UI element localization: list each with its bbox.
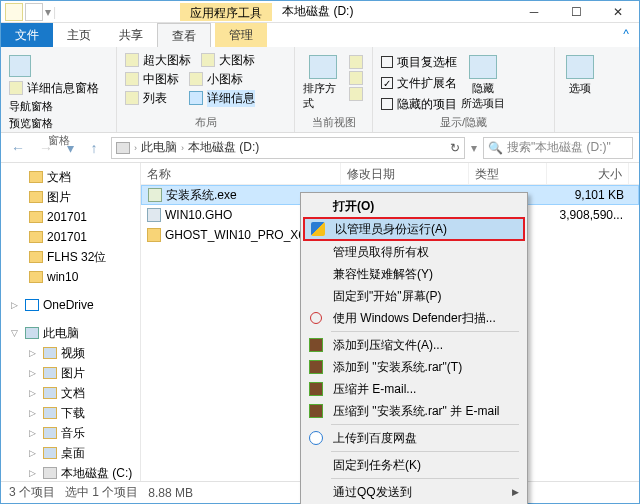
search-icon: 🔍 — [488, 141, 503, 155]
layout-details[interactable]: 详细信息 — [207, 90, 255, 107]
menu-defender[interactable]: 使用 Windows Defender扫描... — [303, 307, 525, 329]
menu-add-rar[interactable]: 添加到 "安装系统.rar"(T) — [303, 356, 525, 378]
sort-button[interactable]: 排序方式 — [303, 51, 343, 111]
chk-ext[interactable]: ✓ — [381, 77, 393, 89]
preview-pane-label[interactable]: 预览窗格 — [9, 116, 53, 131]
window-title: 本地磁盘 (D:) — [282, 3, 353, 20]
rar-icon — [309, 338, 323, 352]
menu-add-archive[interactable]: 添加到压缩文件(A)... — [303, 334, 525, 356]
layout-s[interactable]: 小图标 — [207, 71, 243, 88]
up-button[interactable]: ↑ — [83, 137, 105, 159]
menu-admin-own[interactable]: 管理员取得所有权 — [303, 241, 525, 263]
address-bar-row: ← → ▾ ↑ › 此电脑 › 本地磁盘 (D:) ↻ ▾ 🔍 搜索"本地磁盘 … — [1, 133, 639, 163]
tree-desktop[interactable]: 桌面 — [61, 445, 85, 462]
layout-m[interactable]: 中图标 — [143, 71, 179, 88]
tree-201701b[interactable]: 201701 — [47, 230, 87, 244]
folder-icon — [147, 228, 161, 242]
status-selected: 选中 1 个项目 — [65, 484, 138, 501]
rar-icon — [309, 360, 323, 374]
menu-run-as-admin[interactable]: 以管理员身份运行(A) — [303, 217, 525, 241]
menu-rar-email[interactable]: 压缩到 "安装系统.rar" 并 E-mail — [303, 400, 525, 422]
minimize-button[interactable]: ─ — [513, 1, 555, 23]
ribbon: 详细信息窗格 导航窗格 预览窗格 窗格 超大图标大图标 中图标小图标 列表详细信… — [1, 47, 639, 133]
tree-flhs[interactable]: FLHS 32位 — [47, 249, 106, 266]
chk-hidden[interactable] — [381, 98, 393, 110]
tree-music[interactable]: 音乐 — [61, 425, 85, 442]
tree-onedrive[interactable]: OneDrive — [43, 298, 94, 312]
rar-icon — [309, 404, 323, 418]
shield-icon — [311, 222, 325, 236]
tree-pics[interactable]: 图片 — [47, 189, 71, 206]
col-size: 大小 — [547, 163, 629, 184]
group-by-icon[interactable] — [349, 55, 363, 69]
search-input[interactable]: 🔍 搜索"本地磁盘 (D:)" — [483, 137, 633, 159]
menu-baidu[interactable]: 上传到百度网盘 — [303, 427, 525, 449]
address-bar[interactable]: › 此电脑 › 本地磁盘 (D:) ↻ — [111, 137, 465, 159]
menu-email[interactable]: 压缩并 E-mail... — [303, 378, 525, 400]
qat-dropdown-icon[interactable]: ▾ — [45, 5, 51, 19]
tree-201701a[interactable]: 201701 — [47, 210, 87, 224]
col-date: 修改日期 — [341, 163, 469, 184]
gho-icon — [147, 208, 161, 222]
group-showhide-label: 显示/隐藏 — [381, 115, 546, 130]
list-header[interactable]: 名称 修改日期 类型 大小 — [141, 163, 639, 185]
ribbon-toggle-icon[interactable]: ^ — [613, 23, 639, 47]
tab-view[interactable]: 查看 — [157, 23, 211, 47]
menu-qq[interactable]: 通过QQ发送到▶ — [303, 481, 525, 503]
menu-pin-start[interactable]: 固定到"开始"屏幕(P) — [303, 285, 525, 307]
hide-selected-button[interactable]: 隐藏 所选项目 — [463, 51, 503, 111]
tree-thispc[interactable]: 此电脑 — [43, 325, 79, 342]
details-pane-button[interactable]: 详细信息窗格 — [9, 79, 99, 97]
maximize-button[interactable]: ☐ — [555, 1, 597, 23]
forward-button[interactable]: → — [35, 137, 57, 159]
group-currentview-label: 当前视图 — [303, 115, 364, 130]
layout-list[interactable]: 列表 — [143, 90, 167, 107]
rar-icon — [309, 382, 323, 396]
cloud-icon — [309, 431, 323, 445]
col-name: 名称 — [141, 163, 341, 184]
tab-manage[interactable]: 管理 — [215, 23, 267, 47]
menu-troubleshoot[interactable]: 兼容性疑难解答(Y) — [303, 263, 525, 285]
tree-cdrive[interactable]: 本地磁盘 (C:) — [61, 465, 132, 482]
add-col-icon[interactable] — [349, 71, 363, 85]
qat-icon[interactable] — [25, 3, 43, 21]
context-tab-label: 应用程序工具 — [180, 3, 272, 21]
nav-tree[interactable]: 文档 图片 201701 201701 FLHS 32位 win10 ▷OneD… — [1, 163, 141, 481]
status-count: 3 个项目 — [9, 484, 55, 501]
breadcrumb-thispc[interactable]: 此电脑 — [141, 139, 177, 156]
layout-xl[interactable]: 超大图标 — [143, 52, 191, 69]
layout-l[interactable]: 大图标 — [219, 52, 255, 69]
tab-home[interactable]: 主页 — [53, 23, 105, 47]
col-type: 类型 — [469, 163, 547, 184]
menu-open[interactable]: 打开(O) — [303, 195, 525, 217]
menu-pin-taskbar[interactable]: 固定到任务栏(K) — [303, 454, 525, 476]
titlebar: ▾ | 应用程序工具 本地磁盘 (D:) ─ ☐ ✕ — [1, 1, 639, 23]
refresh-icon[interactable]: ↻ — [450, 141, 460, 155]
back-button[interactable]: ← — [7, 137, 29, 159]
context-menu: 打开(O) 以管理员身份运行(A) 管理员取得所有权 兼容性疑难解答(Y) 固定… — [300, 192, 528, 504]
tree-video[interactable]: 视频 — [61, 345, 85, 362]
drive-icon — [116, 142, 130, 154]
tree-win10[interactable]: win10 — [47, 270, 78, 284]
tab-share[interactable]: 共享 — [105, 23, 157, 47]
ribbon-tabs: 文件 主页 共享 查看 管理 ^ — [1, 23, 639, 47]
size-cols-icon[interactable] — [349, 87, 363, 101]
tab-file[interactable]: 文件 — [1, 23, 53, 47]
tree-docs[interactable]: 文档 — [47, 169, 71, 186]
chk-itembox[interactable] — [381, 56, 393, 68]
group-layout-label: 布局 — [125, 115, 286, 130]
exe-icon — [148, 188, 162, 202]
tree-photos[interactable]: 图片 — [61, 365, 85, 382]
tree-docs2[interactable]: 文档 — [61, 385, 85, 402]
breadcrumb-drive[interactable]: 本地磁盘 (D:) — [188, 139, 259, 156]
status-size: 8.88 MB — [148, 486, 193, 500]
nav-pane-button[interactable] — [9, 51, 31, 77]
nav-pane-label: 导航窗格 — [9, 99, 53, 114]
tree-downloads[interactable]: 下载 — [61, 405, 85, 422]
options-button[interactable]: 选项 — [563, 51, 597, 96]
recent-button[interactable]: ▾ — [63, 137, 77, 159]
folder-icon — [5, 3, 23, 21]
close-button[interactable]: ✕ — [597, 1, 639, 23]
